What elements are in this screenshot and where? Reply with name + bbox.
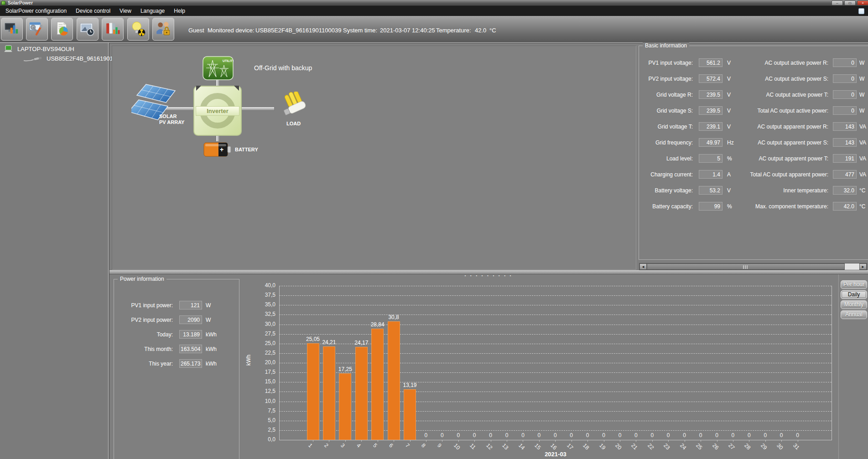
axis-tick: [539, 440, 540, 442]
app-window: SolarPower – ▭ × SolarPower configuratio…: [0, 0, 868, 459]
x-axis-tick-label: 6: [388, 442, 395, 449]
axis-tick: [620, 440, 620, 442]
x-axis-tick-label: 31: [792, 442, 800, 451]
x-axis-tick-label: 15: [533, 442, 542, 451]
y-axis-tick-label: 0,0: [253, 436, 275, 443]
chart-x-axis-title: 2021-03: [510, 451, 601, 458]
period-button-daily[interactable]: Daily: [841, 290, 867, 299]
y-axis-tick-label: 12,5: [253, 388, 275, 394]
x-axis-tick-label: 21: [630, 442, 639, 451]
x-axis-tick-label: 22: [646, 442, 655, 451]
chart-side-divider: [838, 274, 839, 459]
axis-tick: [410, 440, 411, 442]
axis-tick: [426, 440, 426, 442]
x-axis-tick-label: 30: [775, 442, 784, 451]
axis-tick: [491, 440, 491, 442]
axis-tick: [798, 440, 798, 442]
x-axis-tick-label: 7: [404, 442, 411, 449]
y-axis-tick-label: 20,0: [253, 359, 275, 366]
x-axis-tick-label: 19: [598, 442, 607, 451]
x-axis-tick-label: 12: [485, 442, 494, 451]
x-axis-tick-label: 11: [468, 442, 477, 451]
bar-value-label: 0: [728, 432, 738, 438]
x-axis-tick-label: 25: [695, 442, 703, 451]
bar-value-label: 0: [551, 432, 560, 438]
axis-tick: [329, 440, 329, 442]
axis-tick: [523, 440, 523, 442]
chart-gridline: [279, 325, 832, 325]
chart-y-axis-title: kWh: [245, 355, 252, 366]
x-axis-tick-label: 26: [711, 442, 720, 451]
y-axis-tick-label: 25,0: [253, 340, 275, 346]
bar-value-label: 0: [615, 432, 624, 438]
energy-chart: kWh 2021-03 0,02,55,07,510,012,515,017,5…: [0, 0, 868, 459]
chart-right-border: [832, 286, 832, 440]
axis-tick: [474, 440, 475, 442]
bar-value-label: 0: [421, 432, 431, 438]
bar-value-label: 0: [470, 432, 479, 438]
bar-value-label: 0: [793, 432, 802, 438]
period-button-annual[interactable]: Annual: [841, 310, 867, 319]
y-axis-tick-label: 17,5: [253, 369, 275, 375]
bar-value-label: 0: [535, 432, 544, 438]
axis-tick: [507, 440, 507, 442]
bar-value-label: 0: [567, 432, 576, 438]
axis-tick: [668, 440, 669, 442]
axis-tick: [458, 440, 459, 442]
axis-tick: [361, 440, 362, 442]
axis-tick: [636, 440, 636, 442]
x-axis-tick-label: 20: [614, 442, 623, 451]
y-axis-tick-label: 2,5: [253, 427, 275, 433]
bar-value-label: 24,21: [314, 339, 343, 346]
axis-tick: [749, 440, 749, 442]
axis-tick: [394, 440, 394, 442]
period-button-monthly[interactable]: Monthly: [841, 300, 867, 309]
x-axis-tick-label: 1: [307, 442, 314, 449]
bar-value-label: 0: [454, 432, 463, 438]
y-axis-tick-label: 35,0: [253, 301, 275, 308]
period-button-per-hour[interactable]: Per hour: [841, 280, 867, 289]
axis-tick: [685, 440, 685, 442]
x-axis-tick-label: 3: [339, 442, 346, 449]
x-axis-tick-label: 18: [582, 442, 590, 451]
bar-value-label: 0: [437, 432, 447, 438]
bar-value-label: 0: [696, 432, 705, 438]
x-axis-tick-label: 13: [501, 442, 509, 451]
bar-value-label: 0: [599, 432, 608, 438]
axis-tick: [717, 440, 717, 442]
axis-tick: [345, 440, 346, 442]
y-axis-tick-label: 27,5: [253, 330, 275, 337]
axis-tick: [587, 440, 588, 442]
axis-tick: [572, 440, 572, 442]
chart-bar-day-3: [339, 373, 351, 440]
axis-tick: [442, 440, 442, 442]
bar-value-label: 0: [583, 432, 592, 438]
y-axis-tick-label: 32,5: [253, 311, 275, 317]
y-axis-tick-label: 30,0: [253, 321, 275, 327]
y-axis-tick-label: 40,0: [253, 282, 275, 289]
chart-gridline: [279, 334, 832, 335]
x-axis-tick-label: 10: [452, 442, 461, 451]
y-axis-tick-label: 15,0: [253, 378, 275, 385]
bar-value-label: 0: [777, 432, 786, 438]
x-axis-tick-label: 28: [743, 442, 752, 451]
x-axis-tick-label: 16: [549, 442, 558, 451]
bar-value-label: 0: [664, 432, 673, 438]
axis-tick: [781, 440, 782, 442]
y-axis-tick-label: 37,5: [253, 292, 275, 298]
chart-gridline: [279, 286, 832, 286]
bar-value-label: 0: [519, 432, 528, 438]
x-axis-tick-label: 8: [420, 442, 427, 449]
chart-y-axis: [279, 286, 280, 440]
chart-bar-day-1: [307, 343, 319, 440]
chart-bar-day-6: [388, 321, 400, 440]
x-axis-tick-label: 5: [372, 442, 379, 449]
bar-value-label: 30,8: [379, 314, 408, 320]
axis-tick: [313, 440, 313, 442]
x-axis-tick-label: 27: [727, 442, 736, 451]
x-axis-tick-label: 14: [517, 442, 526, 451]
x-axis-tick-label: 17: [566, 442, 574, 451]
period-buttons: Per hourDailyMonthlyAnnual: [841, 280, 868, 320]
y-axis-tick-label: 22,5: [253, 350, 275, 356]
x-axis-tick-label: 23: [662, 442, 671, 451]
